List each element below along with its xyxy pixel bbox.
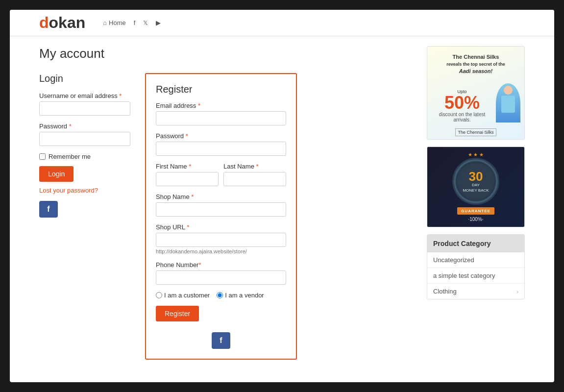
phone-form-group: Phone Number* <box>156 261 286 285</box>
vendor-radio[interactable] <box>217 292 223 298</box>
last-name-form-group: Last Name * <box>223 163 286 186</box>
logo-rest: okan <box>49 14 86 31</box>
username-required: * <box>119 92 122 99</box>
name-row: First Name * Last Name * <box>156 163 286 193</box>
customer-radio[interactable] <box>156 292 162 298</box>
shop-url-label: Shop URL * <box>156 223 286 231</box>
customer-radio-item: I am a customer <box>156 292 210 299</box>
register-fb-row: f <box>156 332 286 349</box>
email-input[interactable] <box>156 111 286 125</box>
category-label-uncategorized: Uncategorized <box>433 256 474 264</box>
nav-home-link[interactable]: ⌂ Home <box>103 19 126 26</box>
first-name-label: First Name * <box>156 163 219 170</box>
clothing-arrow-icon: › <box>516 289 518 294</box>
guarantee-money: MONEY BACK <box>463 188 489 193</box>
facebook-nav-icon[interactable]: f <box>134 19 136 26</box>
category-item-simple-test[interactable]: a simple test category <box>427 268 524 284</box>
password-form-group: Password * <box>39 122 130 146</box>
register-section-title: Register <box>156 84 286 95</box>
last-name-label: Last Name * <box>223 163 286 170</box>
vendor-radio-item: I am a vendor <box>217 292 264 299</box>
ad1-brand: The Chennai Silks <box>455 128 496 136</box>
first-name-form-group: First Name * <box>156 163 219 186</box>
last-name-input[interactable] <box>223 172 286 186</box>
product-category-widget: Product Category Uncategorized a simple … <box>427 234 525 299</box>
login-facebook-button[interactable]: f <box>39 201 58 218</box>
home-label: Home <box>109 19 126 26</box>
ad1-text: The Chennai Silks reveals the top secret… <box>443 50 508 77</box>
ad1-discount2: discount on the latest arrivals. <box>431 112 493 122</box>
username-label: Username or email address * <box>39 92 130 99</box>
logo: dokan <box>39 14 85 32</box>
login-section: Login Username or email address * Passwo… <box>39 73 130 218</box>
star-row: ★ ★ ★ <box>468 152 484 157</box>
username-form-group: Username or email address * <box>39 92 130 116</box>
category-label-clothing: Clothing <box>433 288 457 295</box>
shop-url-hint: http://dokandemo.ajaira.website/store/ <box>156 248 286 254</box>
guarantee-days: 30 <box>469 170 483 183</box>
shop-url-input[interactable] <box>156 233 286 247</box>
guarantee-badge: 30 day MONEY BACK <box>454 159 498 203</box>
shop-name-input[interactable] <box>156 202 286 217</box>
shop-name-form-group: Shop Name * <box>156 193 286 217</box>
sidebar: The Chennai Silks reveals the top secret… <box>427 46 525 360</box>
register-facebook-button[interactable]: f <box>212 332 230 349</box>
vendor-radio-label: I am a vendor <box>225 292 264 299</box>
password-label: Password * <box>39 122 130 130</box>
logo-d: d <box>39 14 49 31</box>
password-input[interactable] <box>39 132 130 146</box>
shop-url-form-group: Shop URL * http://dokandemo.ajaira.websi… <box>156 223 286 254</box>
register-btn-row: Register <box>156 306 286 327</box>
ad1-fifty: 50% <box>431 94 493 112</box>
reg-password-label: Password * <box>156 132 286 140</box>
category-label-simple-test: a simple test category <box>433 272 495 279</box>
main-column: My account Login Username or email addre… <box>39 46 417 360</box>
register-button[interactable]: Register <box>156 306 199 321</box>
remember-me-group: Remember me <box>39 153 130 160</box>
twitter-nav-icon[interactable]: 𝕏 <box>143 20 148 26</box>
page-title: My account <box>39 46 417 61</box>
guarantee-pct: ·100%· <box>468 217 483 222</box>
ad-banner-1: The Chennai Silks reveals the top secret… <box>427 46 525 140</box>
home-icon: ⌂ <box>103 19 107 26</box>
ad1-figure <box>496 83 520 122</box>
phone-input[interactable] <box>156 270 286 285</box>
ad-banner-2: ★ ★ ★ 30 day MONEY BACK GUARANTEE ·100%· <box>427 147 525 227</box>
reg-password-input[interactable] <box>156 142 286 156</box>
login-button[interactable]: Login <box>39 166 74 182</box>
youtube-nav-icon[interactable]: ▶ <box>156 19 161 26</box>
email-form-group: Email address * <box>156 102 286 125</box>
lost-password-link[interactable]: Lost your password? <box>39 187 130 194</box>
email-label: Email address * <box>156 102 286 109</box>
remember-me-label: Remember me <box>49 153 91 160</box>
page-content: My account Login Username or email addre… <box>10 36 554 369</box>
shop-name-label: Shop Name * <box>156 193 286 200</box>
top-nav: dokan ⌂ Home f 𝕏 ▶ <box>10 10 554 36</box>
category-item-clothing[interactable]: Clothing › <box>427 284 524 299</box>
guarantee-day-label: day <box>472 183 480 187</box>
first-name-input[interactable] <box>156 172 219 186</box>
two-col-layout: Login Username or email address * Passwo… <box>39 73 417 360</box>
login-section-title: Login <box>39 73 130 84</box>
guarantee-ribbon: GUARANTEE <box>457 207 494 215</box>
password-required: * <box>69 122 72 130</box>
product-category-header: Product Category <box>427 235 524 252</box>
customer-radio-label: I am a customer <box>164 292 210 299</box>
reg-password-form-group: Password * <box>156 132 286 156</box>
remember-me-checkbox[interactable] <box>39 153 46 160</box>
role-radio-group: I am a customer I am a vendor <box>156 292 286 299</box>
username-input[interactable] <box>39 101 130 116</box>
phone-label: Phone Number* <box>156 261 286 269</box>
category-item-uncategorized[interactable]: Uncategorized <box>427 252 524 268</box>
register-section: Register Email address * Password * <box>145 73 297 360</box>
